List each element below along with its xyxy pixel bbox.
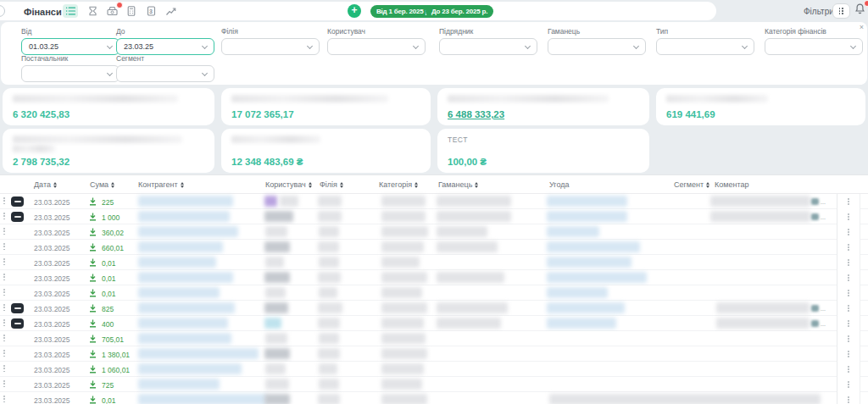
row-actions-menu-icon[interactable] xyxy=(848,259,849,266)
income-download-icon[interactable] xyxy=(89,396,97,404)
row-amount: 360,02 xyxy=(102,229,124,237)
row-menu-icon[interactable] xyxy=(3,274,5,280)
row-menu-icon[interactable] xyxy=(3,396,5,402)
filter-select[interactable] xyxy=(221,38,320,55)
calculator-tab[interactable] xyxy=(124,4,139,18)
row-actions-menu-icon[interactable] xyxy=(848,229,849,235)
column-header-9[interactable]: Сегмент xyxy=(674,180,709,189)
income-download-icon[interactable] xyxy=(89,289,97,297)
row-menu-icon[interactable] xyxy=(3,319,5,326)
row-actions-menu-icon[interactable] xyxy=(848,320,849,327)
row-menu-icon[interactable] xyxy=(3,304,5,311)
row-menu-icon[interactable] xyxy=(3,350,5,357)
redacted-cell xyxy=(381,363,424,374)
redacted-cell xyxy=(319,226,339,237)
income-download-icon[interactable] xyxy=(89,350,97,358)
receipt-badge-icon[interactable] xyxy=(11,318,24,329)
row-menu-icon[interactable] xyxy=(3,243,5,250)
card-amount[interactable]: 6 488 333,23 xyxy=(448,109,504,119)
sort-icon[interactable] xyxy=(309,182,312,188)
redacted-cell xyxy=(138,196,233,207)
row-amount: 0,01 xyxy=(102,274,116,283)
redacted-card-title xyxy=(13,95,178,102)
notifications-button[interactable] xyxy=(854,3,867,18)
receipt-badge-icon[interactable] xyxy=(11,212,24,222)
sort-icon[interactable] xyxy=(111,182,114,188)
row-menu-icon[interactable] xyxy=(3,335,5,341)
column-header-6[interactable]: Категорія xyxy=(379,180,418,189)
income-download-icon[interactable] xyxy=(89,365,97,374)
chevron-down-icon xyxy=(107,43,113,49)
sort-icon[interactable] xyxy=(53,182,57,188)
row-actions-menu-icon[interactable] xyxy=(848,274,849,281)
row-actions-menu-icon[interactable] xyxy=(848,290,849,296)
table-row: 23.03.20250,01 xyxy=(0,285,868,301)
income-download-icon[interactable] xyxy=(89,213,97,221)
row-amount: 400 xyxy=(102,320,114,329)
row-menu-icon[interactable] xyxy=(3,365,5,372)
filter-select[interactable] xyxy=(548,38,646,55)
row-date: 23.03.2025 xyxy=(34,274,70,283)
row-menu-icon[interactable] xyxy=(3,258,5,265)
income-download-icon[interactable] xyxy=(89,243,97,252)
column-header-2[interactable]: Сума xyxy=(90,180,114,189)
date-to-pill[interactable]: До 23 бер. 2025 р. xyxy=(426,5,493,18)
row-actions-menu-icon[interactable] xyxy=(848,351,849,357)
row-actions-menu-icon[interactable] xyxy=(848,213,849,220)
filter-select[interactable]: 23.03.25 xyxy=(116,38,214,55)
list-view-tab[interactable] xyxy=(63,4,78,18)
filter-label: Тип xyxy=(656,27,754,36)
sort-icon[interactable] xyxy=(415,182,418,188)
income-download-icon[interactable] xyxy=(89,335,97,343)
redacted-cell xyxy=(547,272,647,283)
document-3-tab[interactable]: 3 xyxy=(143,4,159,18)
filter-select[interactable] xyxy=(765,38,863,55)
row-menu-icon[interactable] xyxy=(3,289,5,296)
row-menu-icon[interactable] xyxy=(3,380,5,387)
row-actions-menu-icon[interactable] xyxy=(848,305,849,312)
income-download-icon[interactable] xyxy=(89,319,97,328)
growth-chart-tab[interactable] xyxy=(163,4,178,18)
row-menu-icon[interactable] xyxy=(3,228,5,235)
column-header-4[interactable]: Користувач xyxy=(265,180,312,189)
filter-select[interactable] xyxy=(116,65,214,82)
sort-icon[interactable] xyxy=(181,182,184,188)
more-options-button[interactable] xyxy=(832,3,850,19)
income-download-icon[interactable] xyxy=(89,258,97,267)
add-transaction-button[interactable]: + xyxy=(348,4,361,18)
column-header-1[interactable]: Дата xyxy=(34,180,57,189)
hourglass-tab[interactable] xyxy=(85,4,100,18)
sort-icon[interactable] xyxy=(706,182,709,188)
column-header-5[interactable]: Філія xyxy=(320,180,343,189)
cash-register-tab[interactable] xyxy=(104,4,120,18)
receipt-badge-icon[interactable] xyxy=(11,196,24,207)
filter-select[interactable] xyxy=(656,38,754,55)
receipt-badge-icon[interactable] xyxy=(11,303,24,313)
row-actions-menu-icon[interactable] xyxy=(848,335,849,342)
row-menu-icon[interactable] xyxy=(3,213,5,219)
summary-card[interactable]: 6 488 333,23 xyxy=(437,88,649,125)
filter-select[interactable] xyxy=(21,65,120,82)
sort-icon[interactable] xyxy=(475,182,478,188)
income-download-icon[interactable] xyxy=(89,380,97,389)
summary-card: 6 320 425,83 xyxy=(3,88,214,125)
filter-select[interactable] xyxy=(439,38,537,55)
column-header-3[interactable]: Контрагент xyxy=(138,180,184,189)
column-header-7[interactable]: Гаманець xyxy=(438,180,478,189)
row-menu-icon[interactable] xyxy=(3,197,5,204)
column-label: Категорія xyxy=(379,180,412,189)
filter-select[interactable] xyxy=(327,38,426,55)
row-actions-menu-icon[interactable] xyxy=(848,381,849,388)
income-download-icon[interactable] xyxy=(89,274,97,282)
row-actions-menu-icon[interactable] xyxy=(848,244,849,251)
income-download-icon[interactable] xyxy=(89,228,97,236)
income-download-icon[interactable] xyxy=(89,304,97,313)
filter-select[interactable]: 01.03.25 xyxy=(21,38,120,55)
row-actions-menu-icon[interactable] xyxy=(848,366,849,373)
row-actions-menu-icon[interactable] xyxy=(848,198,849,205)
filters-label: Фільтри xyxy=(804,7,834,16)
income-download-icon[interactable] xyxy=(89,197,97,206)
redacted-cell xyxy=(264,196,277,207)
sort-icon[interactable] xyxy=(340,182,343,188)
row-actions-menu-icon[interactable] xyxy=(848,396,849,403)
